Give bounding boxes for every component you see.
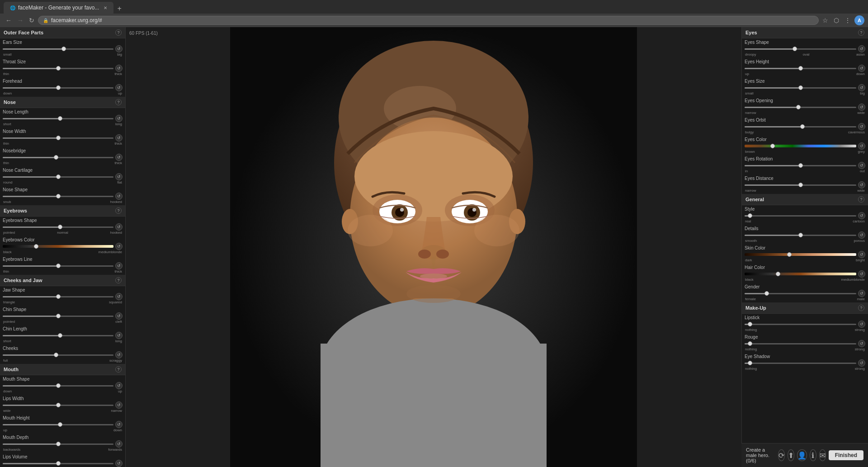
mouth-shape-reset[interactable]: ↺ [115, 382, 123, 389]
mouth-height-reset[interactable]: ↺ [115, 421, 123, 428]
new-tab-button[interactable]: + [113, 4, 125, 14]
chin-shape-reset[interactable]: ↺ [115, 312, 123, 320]
nose-cartilage-reset[interactable]: ↺ [115, 173, 123, 180]
eyes-rotation-reset[interactable]: ↺ [858, 162, 865, 169]
chin-shape-track[interactable] [3, 312, 113, 320]
details-reset[interactable]: ↺ [858, 231, 865, 239]
lipstick-reset[interactable]: ↺ [858, 321, 865, 328]
share-action-btn[interactable]: ⬆ [788, 449, 794, 461]
lips-width-track[interactable] [3, 401, 113, 409]
eyes-height-track[interactable] [745, 65, 856, 72]
eyes-distance-reset[interactable]: ↺ [858, 181, 865, 189]
mouth-height-track[interactable] [3, 421, 113, 428]
makeup-help-btn[interactable]: ? [858, 305, 864, 311]
chin-length-track[interactable] [3, 332, 113, 339]
eyes-color-track[interactable] [745, 142, 856, 150]
lipstick-track[interactable] [745, 321, 856, 328]
eyes-shape-track[interactable] [745, 45, 856, 52]
eyes-opening-reset[interactable]: ↺ [858, 104, 865, 111]
outer-face-help-btn[interactable]: ? [115, 29, 122, 36]
nosebridge-reset[interactable]: ↺ [115, 154, 123, 161]
eye-shadow-track[interactable] [745, 359, 856, 367]
chin-length-reset[interactable]: ↺ [115, 332, 123, 339]
finished-button[interactable]: Finished [829, 450, 863, 460]
eyes-rotation-track[interactable] [745, 162, 856, 169]
mouth-depth-track[interactable] [3, 440, 113, 448]
nosebridge-track[interactable] [3, 154, 113, 161]
nose-help-btn[interactable]: ? [115, 99, 122, 105]
rouge-reset[interactable]: ↺ [858, 340, 865, 347]
eyebrows-shape-track[interactable] [3, 223, 113, 231]
eyes-color-reset[interactable]: ↺ [858, 142, 865, 150]
mail-action-btn[interactable]: ✉ [819, 449, 826, 461]
lips-volume-reset[interactable]: ↺ [115, 460, 123, 467]
ears-size-reset[interactable]: ↺ [115, 45, 123, 52]
skin-color-track[interactable] [745, 251, 856, 258]
general-help-btn[interactable]: ? [858, 196, 864, 203]
mouth-shape-track[interactable] [3, 382, 113, 389]
rouge-track[interactable] [745, 340, 856, 347]
eyes-size-reset[interactable]: ↺ [858, 84, 865, 91]
cheeks-track[interactable] [3, 351, 113, 359]
throat-size-reset[interactable]: ↺ [115, 65, 123, 72]
mouth-depth-reset[interactable]: ↺ [115, 440, 123, 448]
nose-shape-track[interactable] [3, 193, 113, 200]
jaw-shape-reset[interactable]: ↺ [115, 293, 123, 300]
eyebrows-color-reset[interactable]: ↺ [115, 243, 123, 250]
url-bar[interactable]: 🔒 facemaker.uvrg.org/# [38, 16, 819, 25]
forward-button[interactable]: → [15, 16, 25, 25]
refresh-button[interactable]: ↻ [27, 16, 36, 25]
mouth-help-btn[interactable]: ? [115, 366, 122, 373]
eyes-orbit-track[interactable] [745, 123, 856, 130]
hair-color-reset[interactable]: ↺ [858, 270, 865, 278]
lips-width-reset[interactable]: ↺ [115, 401, 123, 409]
skin-color-reset[interactable]: ↺ [858, 251, 865, 258]
nose-shape-reset[interactable]: ↺ [115, 193, 123, 200]
nose-length-reset[interactable]: ↺ [115, 115, 123, 122]
cheeks-jaw-help-btn[interactable]: ? [115, 277, 122, 283]
style-track[interactable] [745, 212, 856, 219]
star-button[interactable]: ☆ [821, 16, 830, 25]
menu-button[interactable]: ⋮ [843, 16, 853, 25]
eyes-height-reset[interactable]: ↺ [858, 65, 865, 72]
eyebrows-line-track[interactable] [3, 262, 113, 269]
nose-cartilage-track[interactable] [3, 173, 113, 180]
info-action-btn[interactable]: ℹ [810, 449, 816, 461]
tab-close-btn[interactable]: ✕ [104, 5, 107, 10]
jaw-shape-track[interactable] [3, 293, 113, 300]
hair-color-track[interactable] [745, 270, 856, 278]
style-reset[interactable]: ↺ [858, 212, 865, 219]
back-button[interactable]: ← [4, 16, 14, 25]
eyes-shape-reset[interactable]: ↺ [858, 45, 865, 52]
eyes-opening-track[interactable] [745, 104, 856, 111]
eyes-orbit-reset[interactable]: ↺ [858, 123, 865, 130]
profile-action-btn[interactable]: 👤 [797, 449, 807, 461]
nose-length-track[interactable] [3, 115, 113, 122]
eyebrows-shape-control: Eyebrows Shape ↺ pointednormalhooked [0, 217, 125, 236]
ears-size-track[interactable] [3, 45, 113, 52]
eyes-size-track[interactable] [745, 84, 856, 91]
eyes-shape-slider-container: ↺ [745, 45, 865, 52]
forehead-track[interactable] [3, 84, 113, 91]
active-tab[interactable]: 🌐 faceMaker - Generate your favo... ✕ [4, 2, 113, 14]
details-label: Details [745, 226, 865, 231]
user-avatar[interactable]: A [854, 15, 864, 25]
lips-volume-track[interactable] [3, 460, 113, 467]
random-action-btn[interactable]: ⟳ [778, 449, 785, 461]
eyes-help-btn[interactable]: ? [858, 29, 864, 36]
eyebrows-shape-reset[interactable]: ↺ [115, 223, 123, 231]
cheeks-reset[interactable]: ↺ [115, 351, 123, 359]
eyebrows-color-track[interactable] [3, 243, 113, 250]
gender-track[interactable] [745, 290, 856, 297]
eyebrows-line-reset[interactable]: ↺ [115, 262, 123, 269]
gender-reset[interactable]: ↺ [858, 290, 865, 297]
nose-width-track[interactable] [3, 134, 113, 142]
details-track[interactable] [745, 231, 856, 239]
eyes-distance-track[interactable] [745, 181, 856, 189]
extensions-button[interactable]: ⬡ [832, 16, 841, 25]
eyebrows-help-btn[interactable]: ? [115, 208, 122, 214]
throat-size-track[interactable] [3, 65, 113, 72]
nose-width-reset[interactable]: ↺ [115, 134, 123, 142]
forehead-reset[interactable]: ↺ [115, 84, 123, 91]
eye-shadow-reset[interactable]: ↺ [858, 359, 865, 367]
